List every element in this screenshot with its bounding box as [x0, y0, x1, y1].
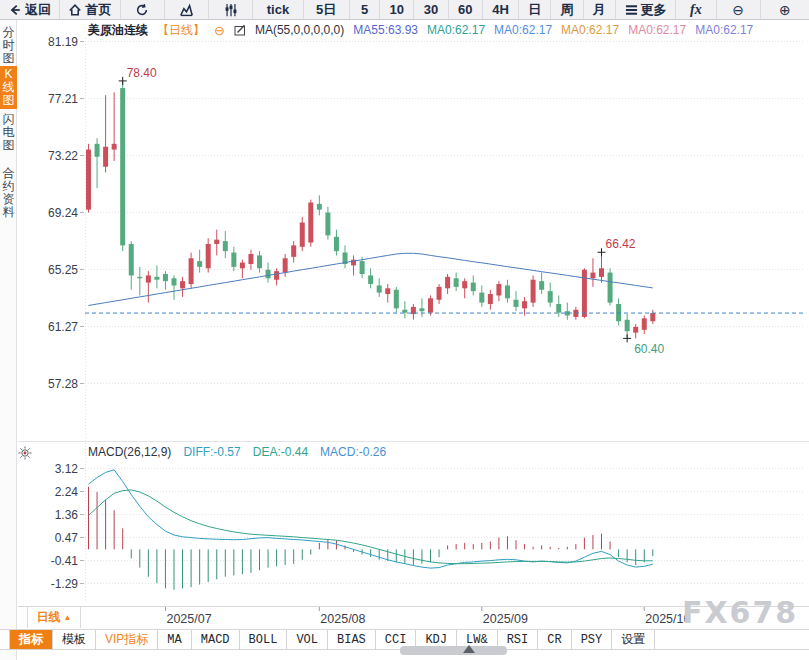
period-5d-button[interactable]: 5日 — [304, 0, 350, 19]
svg-text:2025/09: 2025/09 — [483, 612, 528, 626]
chart-title-row: 美原油连续 【日线】 ⊖ MA(55,0,0,0,0,0) MA55:63.93… — [88, 22, 753, 38]
ma-value-3: MA0:62.17 — [561, 23, 619, 37]
zoom-in-button-label: ⊕ — [779, 3, 791, 17]
period-5m-button[interactable]: 5 — [350, 0, 380, 19]
period-30m-button[interactable]: 30 — [414, 0, 448, 19]
candle — [505, 285, 510, 298]
horizontal-scrollbar[interactable] — [400, 646, 507, 655]
ma-value-4: MA0:62.17 — [628, 23, 686, 37]
sidebar-item-contract-info[interactable]: 合约资料 — [0, 165, 17, 221]
candle — [180, 281, 185, 288]
tab-bias[interactable]: BIAS — [328, 630, 376, 649]
tab-psy[interactable]: PSY — [572, 630, 613, 649]
candle — [240, 263, 245, 269]
svg-text:-1.29: -1.29 — [51, 577, 79, 591]
candle — [437, 287, 442, 300]
tab-templates[interactable]: 模板 — [53, 630, 96, 649]
period-selector[interactable]: 日线 ▲ — [27, 607, 81, 628]
tab-ma[interactable]: MA — [158, 630, 191, 649]
tab-boll[interactable]: BOLL — [240, 630, 288, 649]
sidebar-item-kline-chart[interactable]: K线图 — [0, 66, 17, 109]
period-4h-button-label: 4H — [492, 2, 509, 17]
fx678-watermark: FX678 — [682, 595, 798, 630]
candle — [428, 298, 433, 312]
refresh-icon — [135, 3, 149, 17]
svg-text:2.24: 2.24 — [55, 485, 79, 499]
period-10m-button-label: 10 — [390, 2, 404, 17]
ma-value-2: MA0:62.17 — [494, 23, 552, 37]
edit-indicator-icon[interactable] — [234, 24, 246, 36]
macd-indicator-row: MACD(26,12,9) DIFF:-0.57DEA:-0.44MACD:-0… — [88, 444, 386, 459]
svg-text:78.40: 78.40 — [127, 66, 157, 80]
ma-settings-label: MA(55,0,0,0,0,0) — [255, 23, 344, 37]
fx-indicator-button[interactable]: fx — [676, 0, 716, 19]
period-60m-button-label: 60 — [458, 2, 472, 17]
indicator-settings-icon[interactable] — [18, 446, 32, 464]
candle — [120, 88, 125, 245]
candle — [539, 281, 544, 290]
svg-text:81.19: 81.19 — [48, 35, 78, 49]
candle — [454, 278, 459, 287]
candle — [257, 255, 262, 268]
more-button[interactable]: 更多 — [616, 0, 676, 19]
left-sidebar: 分时图K线图闪电图合约资料 — [0, 20, 17, 660]
period-4h-button[interactable]: 4H — [483, 0, 519, 19]
ma-value-5: MA0:62.17 — [695, 23, 753, 37]
tab-vip-indicators[interactable]: VIP指标 — [96, 630, 158, 649]
tab-macd[interactable]: MACD — [192, 630, 240, 649]
home-icon — [68, 3, 82, 17]
candle — [377, 285, 382, 292]
tab-vol[interactable]: VOL — [287, 630, 328, 649]
zoom-out-button[interactable]: ⊖ — [717, 0, 761, 19]
candle — [172, 278, 177, 285]
candle — [548, 291, 553, 302]
candle — [206, 244, 211, 268]
candle — [325, 213, 330, 236]
period-week-button[interactable]: 周 — [551, 0, 583, 19]
candle-style-button[interactable] — [209, 0, 253, 19]
menu-icon — [625, 4, 638, 16]
tick-period-button[interactable]: tick — [253, 0, 303, 19]
candle — [334, 237, 339, 251]
zoom-out-button-label: ⊖ — [732, 3, 744, 17]
tab-cr[interactable]: CR — [538, 630, 571, 649]
candle — [590, 273, 595, 279]
period-30m-button-label: 30 — [424, 2, 438, 17]
candle — [274, 271, 279, 280]
top-toolbar: 返回首页tick5日51030604H日周月更多fx⊖⊕ — [0, 0, 809, 20]
sidebar-item-time-chart[interactable]: 分时图 — [0, 24, 17, 67]
home-button[interactable]: 首页 — [60, 0, 120, 19]
candles-icon — [224, 3, 238, 17]
period-5m-button-label: 5 — [361, 2, 368, 17]
candle — [625, 320, 630, 331]
scrollbar-arrow-icon — [463, 645, 475, 653]
candle — [103, 147, 108, 167]
refresh-button[interactable] — [121, 0, 165, 19]
svg-text:60.40: 60.40 — [634, 342, 664, 356]
candle — [445, 277, 450, 288]
back-button[interactable]: 返回 — [0, 0, 60, 19]
y-axis-macd: 3.122.241.360.47-0.41-1.29 — [51, 462, 84, 591]
zoom-in-button[interactable]: ⊕ — [761, 0, 809, 19]
period-10m-button[interactable]: 10 — [380, 0, 414, 19]
candle — [197, 261, 202, 267]
collapse-indicator-icon[interactable]: ⊖ — [214, 24, 225, 37]
tab-settings[interactable]: 设置 — [612, 630, 655, 649]
period-day-button[interactable]: 日 — [519, 0, 551, 19]
fx-indicator-button-label: fx — [690, 2, 702, 18]
candle — [633, 327, 638, 333]
sidebar-item-flash-chart[interactable]: 闪电图 — [0, 111, 17, 154]
chart-type-button[interactable] — [165, 0, 209, 19]
y-axis-main: 81.1977.2173.2269.2465.2561.2757.28 — [48, 35, 84, 391]
macd-value-1: DEA:-0.44 — [253, 445, 308, 459]
period-month-button[interactable]: 月 — [584, 0, 616, 19]
tab-indicators[interactable]: 指标 — [9, 630, 53, 649]
period-60m-button[interactable]: 60 — [449, 0, 483, 19]
candle — [402, 310, 407, 313]
candle — [531, 280, 536, 303]
candle — [582, 270, 587, 317]
svg-text:61.27: 61.27 — [48, 320, 78, 334]
kline-macd-chart[interactable]: 81.1977.2173.2269.2465.2561.2757.283.122… — [0, 0, 809, 660]
candle — [266, 270, 271, 279]
candle — [129, 244, 134, 275]
